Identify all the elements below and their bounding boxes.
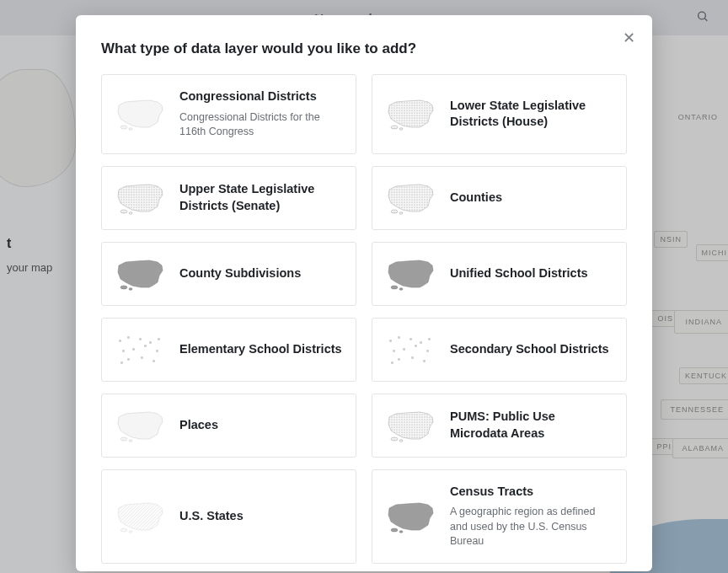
svg-point-16 [391,437,398,441]
layer-card-title: Secondary School Districts [450,341,613,358]
layer-grid: Congressional DistrictsCongressional Dis… [101,74,627,564]
layer-thumbnail-icon [386,181,436,215]
svg-point-17 [399,439,403,442]
svg-point-2 [120,126,127,129]
layer-card-title: Places [179,417,342,434]
layer-card[interactable]: Lower State Legislative Districts (House… [372,74,627,154]
layer-thumbnail-icon [386,257,436,291]
layer-card[interactable]: Secondary School Districts [372,318,627,382]
svg-point-13 [399,287,403,290]
layer-card-title: Census Tracts [450,484,613,501]
layer-thumbnail-icon [115,181,166,215]
layer-card[interactable]: Counties [372,166,627,230]
layer-card[interactable]: Congressional DistrictsCongressional Dis… [101,74,356,154]
svg-point-7 [129,212,132,214]
layer-thumbnail-icon [386,500,436,533]
layer-thumbnail-icon [115,500,166,533]
layer-card[interactable]: U.S. States [101,469,356,564]
svg-point-8 [391,210,398,213]
layer-card-text: Unified School Districts [450,265,613,282]
svg-point-21 [399,530,403,533]
close-button[interactable]: ✕ [619,27,639,49]
layer-card-text: Upper State Legislative Districts (Senat… [179,181,342,214]
layer-card-text: PUMS: Public Use Microdata Areas [450,409,613,442]
modal-title: What type of data layer would you like t… [101,40,627,57]
layer-thumbnail-icon [115,97,166,131]
layer-card-title: Counties [450,190,613,206]
layer-card-text: Elementary School Districts [179,341,342,358]
layer-card-title: County Subdivisions [179,265,342,282]
svg-point-9 [399,212,403,214]
svg-point-19 [129,530,132,533]
layer-card-text: Places [179,417,342,434]
svg-point-4 [391,126,398,129]
layer-card-text: Counties [450,190,613,206]
layer-card[interactable]: County Subdivisions [101,242,356,306]
svg-point-5 [399,128,403,131]
layer-card-title: Elementary School Districts [179,341,342,358]
svg-point-3 [129,128,132,131]
close-icon: ✕ [623,29,635,46]
svg-point-20 [391,528,398,532]
layer-thumbnail-icon [386,333,436,367]
layer-card-text: Lower State Legislative Districts (House… [450,98,613,131]
layer-card-title: PUMS: Public Use Microdata Areas [450,409,613,442]
layer-card-text: County Subdivisions [179,265,342,282]
layer-card-title: Unified School Districts [450,265,613,282]
layer-card-description: A geographic region as defined and used … [450,505,613,549]
layer-card-text: Census TractsA geographic region as defi… [450,484,613,549]
layer-thumbnail-icon [386,409,436,442]
svg-point-12 [391,286,398,289]
layer-card-title: U.S. States [179,508,342,525]
layer-thumbnail-icon [115,257,166,291]
layer-card-title: Lower State Legislative Districts (House… [450,98,613,131]
layer-card-description: Congressional Districts for the 116th Co… [179,110,342,140]
svg-point-11 [129,287,132,290]
layer-card[interactable]: Elementary School Districts [101,318,356,382]
layer-card[interactable]: Census TractsA geographic region as defi… [372,469,627,564]
svg-point-15 [129,439,132,442]
layer-card[interactable]: Places [101,394,356,458]
layer-card-title: Upper State Legislative Districts (Senat… [179,181,342,214]
layer-card-title: Congressional Districts [179,88,342,105]
svg-point-18 [120,528,127,532]
layer-card[interactable]: Unified School Districts [372,242,627,306]
layer-card-text: Congressional DistrictsCongressional Dis… [179,88,342,140]
layer-card-text: U.S. States [179,508,342,525]
layer-thumbnail-icon [115,333,166,367]
svg-point-10 [120,286,127,289]
svg-point-14 [120,437,127,441]
svg-point-6 [120,210,127,213]
layer-thumbnail-icon [115,409,166,442]
layer-card[interactable]: Upper State Legislative Districts (Senat… [101,166,356,230]
add-layer-modal: ✕ What type of data layer would you like… [76,15,652,571]
layer-thumbnail-icon [386,97,436,131]
layer-card-text: Secondary School Districts [450,341,613,358]
layer-card[interactable]: PUMS: Public Use Microdata Areas [372,394,627,458]
